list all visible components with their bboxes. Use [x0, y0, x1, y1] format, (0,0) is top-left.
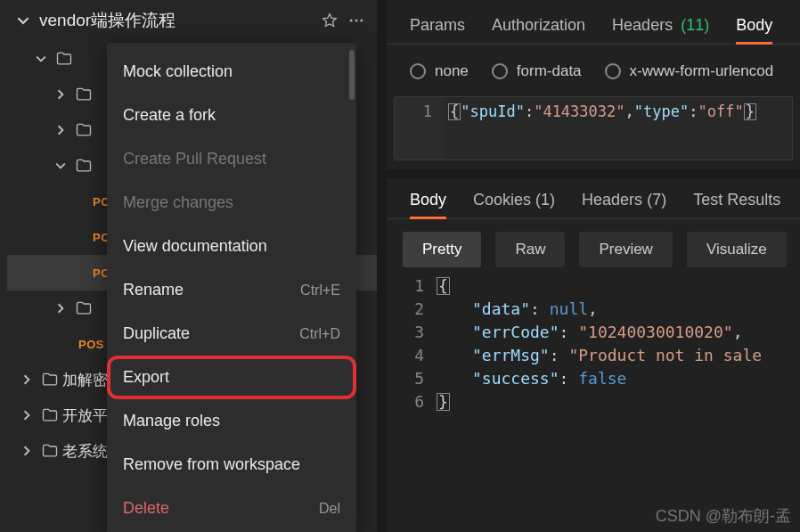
folder-icon: [75, 299, 93, 317]
menu-item-label: View documentation: [123, 237, 267, 256]
response-gutter: 123456: [387, 274, 437, 413]
brace-close: }: [744, 103, 756, 120]
menu-item-mock-collection[interactable]: Mock collection: [107, 50, 356, 94]
chevron-down-icon[interactable]: [16, 13, 30, 28]
tab-label: Body: [736, 16, 772, 34]
tree-label: 加解密: [62, 370, 108, 390]
tab-count: (11): [681, 16, 709, 34]
svg-point-0: [350, 20, 353, 22]
chevron-right-icon[interactable]: [20, 444, 34, 458]
radio-label: form-data: [517, 62, 582, 80]
menu-item-label: Manage roles: [123, 412, 220, 430]
body-type-form-data[interactable]: form-data: [492, 62, 582, 80]
sidebar: vendor端操作流程 POPOPOPOS加解密 开放平台老系统- Mock c…: [0, 0, 378, 532]
editor-gutter: 1: [395, 97, 445, 160]
radio-icon: [605, 63, 621, 79]
collection-title[interactable]: vendor端操作流程: [39, 9, 312, 32]
menu-item-label: Create a fork: [123, 106, 216, 125]
tab-headers[interactable]: Headers (11): [612, 16, 709, 44]
svg-point-1: [355, 20, 358, 22]
folder-icon: [75, 86, 93, 103]
menu-item-create-a-fork[interactable]: Create a fork: [107, 94, 356, 137]
tab-body[interactable]: Body: [736, 16, 772, 44]
rtab-count: (1): [535, 191, 555, 209]
format-visualize[interactable]: Visualize: [687, 232, 787, 267]
line-number: 1: [387, 274, 437, 298]
tab-label: Authorization: [492, 16, 585, 34]
menu-item-create-pull-request: Create Pull Request: [107, 137, 356, 181]
menu-item-label: Remove from workspace: [123, 455, 300, 474]
radio-icon: [492, 63, 508, 79]
response-tabs: BodyCookies (1)Headers (7)Test Results: [387, 191, 800, 219]
menu-item-export[interactable]: Export: [107, 356, 356, 399]
svg-point-2: [360, 20, 363, 22]
response-tab-headers[interactable]: Headers (7): [582, 191, 666, 218]
menu-item-view-documentation[interactable]: View documentation: [107, 225, 356, 268]
menu-item-manage-roles[interactable]: Manage roles: [107, 399, 356, 443]
body-type-options: noneform-datax-www-form-urlencod: [387, 45, 800, 96]
body-type-none[interactable]: none: [410, 62, 469, 80]
folder-icon: [55, 50, 73, 68]
brace-open: {: [448, 103, 461, 120]
editor-body[interactable]: {"spuId":"41433032","type":"off"}: [445, 97, 760, 160]
h-divider[interactable]: [387, 169, 800, 178]
tree-label: 老系统-: [62, 441, 113, 462]
tab-params[interactable]: Params: [410, 16, 465, 44]
radio-label: x-www-form-urlencod: [630, 62, 774, 80]
star-icon[interactable]: [321, 12, 339, 29]
rtab-label: Cookies: [473, 191, 531, 209]
response-section: BodyCookies (1)Headers (7)Test Results P…: [387, 178, 800, 413]
tab-authorization[interactable]: Authorization: [492, 16, 585, 44]
method-badge: POS: [78, 338, 104, 351]
response-json: { "data": null, "errCode": "102400300100…: [437, 274, 762, 413]
menu-shortcut: Del: [319, 501, 340, 517]
chevron-down-icon[interactable]: [53, 159, 68, 173]
folder-icon: [75, 121, 93, 139]
response-tab-body[interactable]: Body: [410, 191, 446, 218]
menu-item-duplicate[interactable]: DuplicateCtrl+D: [107, 312, 356, 356]
response-body[interactable]: 123456 { "data": null, "errCode": "10240…: [387, 267, 800, 413]
menu-item-label: Merge changes: [123, 193, 233, 212]
chevron-right-icon[interactable]: [53, 87, 68, 102]
more-icon[interactable]: [347, 12, 365, 29]
line-number: 4: [387, 344, 437, 367]
response-format-segments: PrettyRawPreviewVisualize: [387, 219, 800, 267]
main-panel: ParamsAuthorizationHeaders (11)Body none…: [387, 0, 800, 532]
menu-item-label: Create Pull Request: [123, 150, 266, 168]
menu-item-merge-changes: Merge changes: [107, 181, 356, 225]
radio-label: none: [435, 62, 469, 80]
body-type-x-www-form-urlencod[interactable]: x-www-form-urlencod: [605, 62, 774, 80]
line-number: 6: [387, 390, 437, 413]
menu-item-label: Export: [123, 368, 169, 387]
menu-item-remove-from-workspace[interactable]: Remove from workspace: [107, 443, 356, 487]
response-tab-test-results[interactable]: Test Results: [693, 191, 780, 218]
pane-divider[interactable]: [378, 0, 387, 532]
menu-item-label: Mock collection: [123, 62, 233, 81]
request-body-editor[interactable]: 1 {"spuId":"41433032","type":"off"}: [394, 96, 793, 160]
tab-label: Headers: [612, 16, 673, 34]
rtab-label: Body: [410, 191, 446, 209]
chevron-right-icon[interactable]: [20, 408, 34, 422]
chevron-right-icon[interactable]: [20, 372, 34, 387]
rtab-count: (7): [647, 191, 666, 209]
radio-icon: [410, 63, 426, 79]
menu-item-label: Duplicate: [123, 324, 190, 343]
folder-icon: [41, 406, 59, 424]
watermark: CSDN @勒布朗-孟: [656, 505, 791, 527]
menu-item-delete[interactable]: DeleteDel: [107, 487, 356, 530]
format-raw[interactable]: Raw: [495, 232, 565, 267]
request-tabs: ParamsAuthorizationHeaders (11)Body: [387, 16, 800, 45]
format-preview[interactable]: Preview: [579, 232, 672, 267]
context-menu: Mock collectionCreate a forkCreate Pull …: [107, 43, 356, 532]
menu-shortcut: Ctrl+E: [300, 282, 340, 299]
format-pretty[interactable]: Pretty: [403, 232, 481, 267]
line-number: 5: [387, 367, 437, 390]
chevron-right-icon[interactable]: [53, 301, 68, 315]
chevron-right-icon[interactable]: [53, 123, 68, 137]
response-tab-cookies[interactable]: Cookies (1): [473, 191, 555, 218]
chevron-down-icon[interactable]: [34, 52, 48, 66]
menu-scrollbar[interactable]: [349, 50, 355, 100]
line-number: 3: [387, 321, 437, 344]
collection-header: vendor端操作流程: [0, 0, 378, 41]
menu-item-rename[interactable]: RenameCtrl+E: [107, 268, 356, 312]
